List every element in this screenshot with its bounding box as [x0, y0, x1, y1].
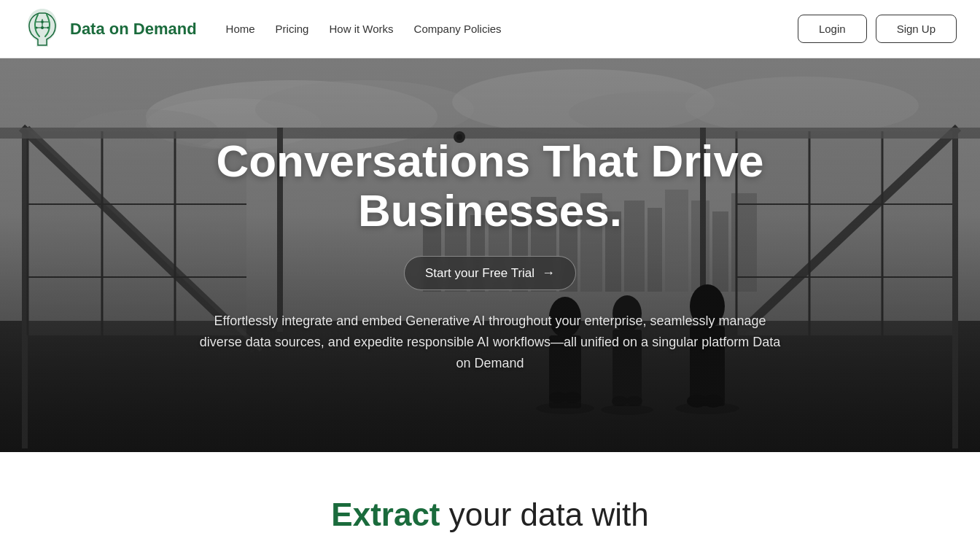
login-button[interactable]: Login	[798, 15, 867, 43]
navbar: Data on Demand Home Pricing How it Works…	[0, 0, 980, 58]
nav-item-company-policies[interactable]: Company Policies	[414, 23, 502, 36]
hero-description: Effortlessly integrate and embed Generat…	[191, 311, 789, 373]
nav-links: Home Pricing How it Works Company Polici…	[226, 23, 502, 36]
nav-link-company-policies[interactable]: Company Policies	[414, 23, 502, 35]
nav-link-pricing[interactable]: Pricing	[276, 23, 309, 35]
bottom-title-highlight: Extract	[331, 497, 440, 532]
nav-item-pricing[interactable]: Pricing	[276, 23, 309, 36]
free-trial-label: Start your Free Trial	[425, 266, 534, 281]
logo-link[interactable]: Data on Demand	[23, 7, 197, 51]
nav-link-how-it-works[interactable]: How it Works	[329, 23, 393, 35]
signup-button[interactable]: Sign Up	[876, 15, 957, 43]
navbar-right: Login Sign Up	[798, 15, 957, 43]
svg-point-5	[41, 26, 44, 29]
nav-item-home[interactable]: Home	[226, 23, 255, 36]
hero-section: Conversations That Drive Businesses. Sta…	[0, 58, 980, 452]
bottom-section: Extract your data with	[0, 452, 980, 560]
nav-link-home[interactable]: Home	[226, 23, 255, 35]
svg-point-4	[41, 20, 44, 23]
bottom-title: Extract your data with	[29, 496, 951, 534]
brand-name: Data on Demand	[70, 20, 197, 39]
arrow-icon: →	[542, 265, 555, 281]
hero-content: Conversations That Drive Businesses. Sta…	[60, 136, 920, 374]
nav-item-how-it-works[interactable]: How it Works	[329, 23, 393, 36]
free-trial-button[interactable]: Start your Free Trial →	[404, 256, 576, 290]
logo-icon	[23, 7, 61, 51]
navbar-left: Data on Demand Home Pricing How it Works…	[23, 7, 502, 51]
hero-title: Conversations That Drive Businesses.	[89, 136, 891, 236]
bottom-title-rest: your data with	[440, 497, 649, 532]
